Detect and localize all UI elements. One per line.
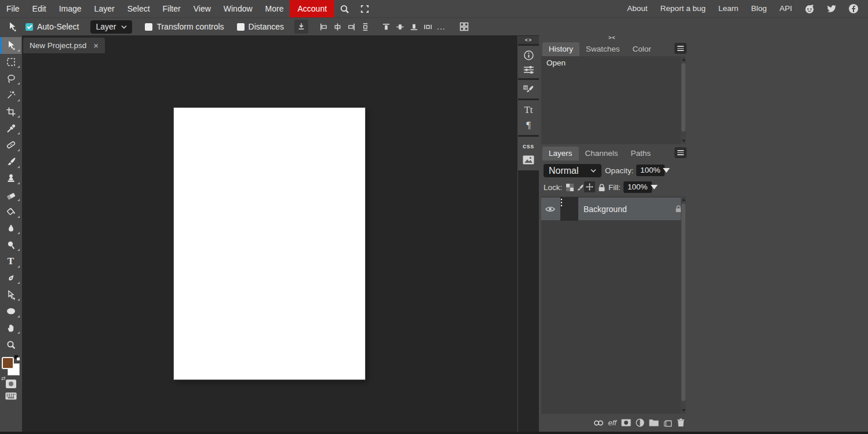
collapse-panels-handle[interactable]: >< [608, 35, 616, 41]
transform-controls-checkbox[interactable] [145, 23, 152, 31]
css-panel-icon[interactable]: css [523, 143, 534, 149]
clone-stamp-tool[interactable] [0, 170, 21, 187]
scrollbar-thumb[interactable] [681, 203, 685, 401]
menu-file[interactable]: File [0, 0, 26, 17]
distribute-horizontal-icon[interactable] [421, 20, 435, 34]
scroll-down-arrow[interactable] [682, 140, 685, 143]
scrollbar-thumb[interactable] [681, 63, 685, 132]
scroll-up-arrow[interactable] [682, 198, 685, 201]
hand-tool[interactable] [0, 320, 21, 337]
add-mask-icon[interactable] [621, 419, 631, 426]
history-scrollbar[interactable] [681, 56, 686, 144]
align-left-icon[interactable] [316, 20, 330, 34]
menu-about[interactable]: About [621, 0, 654, 17]
brush-settings-icon[interactable] [523, 84, 534, 95]
menu-learn[interactable]: Learn [712, 0, 745, 17]
transform-controls-label[interactable]: Transform controls [156, 22, 224, 31]
tab-color[interactable]: Color [626, 42, 658, 56]
layer-thumbnail[interactable] [560, 197, 578, 221]
ellipse-shape-tool[interactable] [0, 303, 21, 320]
menu-edit[interactable]: Edit [26, 0, 53, 17]
menu-window[interactable]: Window [217, 0, 259, 17]
more-options-icon[interactable]: ... [435, 22, 448, 31]
auto-select-label[interactable]: Auto-Select [37, 22, 79, 31]
pen-tool[interactable] [0, 270, 21, 287]
brush-tool[interactable] [0, 154, 21, 170]
default-colors-icon[interactable] [14, 355, 20, 360]
type-tool[interactable]: T [0, 253, 21, 270]
fill-slider-arrow[interactable] [651, 185, 658, 189]
crop-tool[interactable] [0, 104, 21, 121]
fullscreen-icon[interactable] [355, 0, 375, 17]
align-bottom-icon[interactable] [407, 20, 421, 34]
layout-grid-icon[interactable] [457, 20, 471, 34]
twitter-icon[interactable] [820, 3, 843, 14]
scroll-down-arrow[interactable] [682, 409, 685, 412]
arrow-down-to-line-icon[interactable] [294, 20, 308, 34]
delete-layer-icon[interactable] [677, 418, 685, 427]
info-panel-icon[interactable] [523, 50, 534, 61]
paragraph-panel-icon[interactable]: ¶ [526, 119, 531, 131]
tab-swatches[interactable]: Swatches [579, 42, 626, 56]
layer-effects-icon[interactable]: eff [608, 418, 617, 427]
tab-channels[interactable]: Channels [579, 147, 625, 161]
layers-scrollbar[interactable] [681, 196, 686, 414]
menu-select[interactable]: Select [121, 0, 156, 17]
auto-select-checkbox[interactable] [25, 23, 33, 31]
link-layers-icon[interactable] [593, 420, 604, 426]
spot-heal-tool[interactable] [0, 137, 21, 154]
image-panel-icon[interactable] [523, 155, 534, 165]
menu-image[interactable]: Image [53, 0, 88, 17]
add-adjustment-icon[interactable] [636, 418, 644, 427]
align-top-icon[interactable] [379, 20, 393, 34]
auto-select-target-dropdown[interactable]: Layer [90, 20, 132, 34]
zoom-tool[interactable] [0, 336, 21, 353]
menu-view[interactable]: View [187, 0, 217, 17]
foreground-color-swatch[interactable] [2, 357, 14, 369]
lock-transparency-icon[interactable] [564, 182, 575, 193]
new-layer-icon[interactable] [663, 418, 672, 427]
rectangle-select-tool[interactable] [0, 54, 21, 71]
tab-layers[interactable]: Layers [542, 147, 579, 161]
menu-blog[interactable]: Blog [745, 0, 773, 17]
dodge-tool[interactable] [0, 236, 21, 253]
facebook-icon[interactable] [843, 3, 865, 14]
layer-name[interactable]: Background [583, 205, 670, 214]
lock-position-icon[interactable] [584, 181, 595, 192]
character-panel-icon[interactable]: Tt [524, 104, 533, 116]
magic-wand-tool[interactable] [0, 87, 21, 104]
distances-checkbox[interactable] [237, 23, 245, 31]
reddit-icon[interactable] [798, 3, 820, 14]
layer-visibility-eye-icon[interactable] [545, 206, 555, 213]
scroll-up-arrow[interactable] [682, 58, 685, 61]
distribute-vertical-icon[interactable] [358, 20, 372, 34]
move-tool[interactable] [0, 37, 21, 54]
history-panel-menu-button[interactable] [674, 43, 687, 54]
search-icon[interactable] [334, 0, 355, 17]
document-canvas[interactable] [174, 108, 365, 380]
fill-value[interactable]: 100% [623, 181, 652, 193]
path-select-tool[interactable] [0, 286, 21, 303]
opacity-value[interactable]: 100% [636, 165, 665, 176]
menu-api[interactable]: API [773, 0, 798, 17]
quick-mask-button[interactable] [0, 379, 21, 389]
align-right-icon[interactable] [344, 20, 358, 34]
new-folder-icon[interactable] [649, 419, 659, 426]
distances-label[interactable]: Distances [249, 22, 284, 31]
blend-mode-dropdown[interactable]: Normal [544, 164, 601, 177]
align-middle-vertical-icon[interactable] [393, 20, 407, 34]
menu-filter[interactable]: Filter [156, 0, 187, 17]
opacity-slider-arrow[interactable] [663, 168, 670, 173]
close-tab-icon[interactable]: × [93, 41, 99, 50]
menu-layer[interactable]: Layer [88, 0, 121, 17]
layer-row-background[interactable]: Background [541, 198, 686, 220]
account-button[interactable]: Account [290, 0, 334, 17]
lock-all-icon[interactable] [596, 182, 607, 193]
eyedropper-tool[interactable] [0, 120, 21, 137]
align-center-horizontal-icon[interactable] [330, 20, 344, 34]
eraser-tool[interactable] [0, 187, 21, 203]
paint-bucket-tool[interactable] [0, 203, 21, 220]
document-tab[interactable]: New Project.psd × [23, 38, 105, 53]
tab-paths[interactable]: Paths [625, 147, 658, 161]
history-entry-open[interactable]: Open [541, 56, 686, 70]
